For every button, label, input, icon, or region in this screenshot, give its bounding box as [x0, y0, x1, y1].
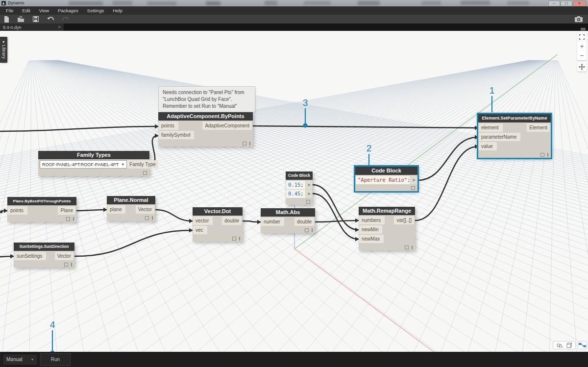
- code-output-port[interactable]: >: [411, 176, 417, 184]
- family-type-dropdown[interactable]: ROOF-PANEL-4PT:ROOF-PANEL-4PT▼: [40, 160, 127, 169]
- zoom-fit-button[interactable]: [577, 32, 587, 42]
- library-expand-icon: ▸: [1, 41, 6, 43]
- input-port-sunSettings[interactable]: sunSettings: [14, 252, 46, 260]
- zoom-in-button[interactable]: +: [577, 42, 587, 51]
- node-adaptive-component-bypoints[interactable]: AdaptiveComponent.ByPointspointsAdaptive…: [158, 112, 253, 147]
- tab-84n-dyn[interactable]: 8.4-n.dyn ×: [0, 24, 64, 31]
- menu-edit[interactable]: Edit: [19, 8, 35, 13]
- node-title[interactable]: Plane.Normal: [107, 196, 155, 204]
- code-line[interactable]: 0.15;: [286, 181, 305, 189]
- node-title[interactable]: Plane.ByBestFitThroughPoints: [7, 197, 76, 205]
- library-label: Library: [1, 45, 6, 59]
- preview-checkbox-icon[interactable]: [306, 200, 310, 204]
- node-math-abs[interactable]: Math.Absnumberdouble: [261, 208, 315, 233]
- run-mode-dropdown[interactable]: Manual ▼: [2, 354, 38, 366]
- output-port-double[interactable]: double: [222, 217, 242, 225]
- library-flyout-tab[interactable]: ▸ Library: [0, 37, 7, 63]
- code-output-port[interactable]: >: [306, 181, 312, 189]
- lacing-indicator-icon: [71, 263, 72, 267]
- preview-checkbox-icon[interactable]: [64, 263, 68, 267]
- preview-checkbox-icon[interactable]: [411, 186, 415, 190]
- node-title[interactable]: SunSettings.SunDirection: [14, 243, 74, 251]
- redo-icon[interactable]: [62, 17, 69, 22]
- output-port-AdaptiveComponent[interactable]: AdaptiveComponent: [202, 122, 252, 130]
- wire[interactable]: [315, 220, 358, 222]
- code-line[interactable]: 0.45;: [286, 190, 305, 198]
- node-sunsettings-sundirection[interactable]: SunSettings.SunDirectionsunSettingsVecto…: [14, 243, 74, 268]
- menu-view[interactable]: View: [36, 8, 54, 13]
- input-port-parameterName[interactable]: parameterName: [479, 133, 520, 141]
- input-port-familySymbol[interactable]: familySymbol: [159, 131, 194, 139]
- input-port-vec[interactable]: vec: [193, 226, 207, 234]
- menu-bar: File Edit View Packages Settings Help: [0, 6, 588, 15]
- run-mode-value: Manual: [6, 357, 23, 362]
- dynamo-logo-icon: [1, 1, 6, 5]
- output-port-Vector[interactable]: Vector: [55, 252, 74, 260]
- graph-view-button[interactable]: [578, 341, 587, 349]
- node-code-block-numbers[interactable]: Code Block0.15;>0.45;>: [286, 171, 313, 205]
- output-port-Element[interactable]: Element: [527, 123, 550, 132]
- input-port-newMin[interactable]: newMin: [359, 225, 382, 234]
- input-port-points[interactable]: points: [159, 122, 178, 130]
- input-port-vector[interactable]: vector: [193, 217, 213, 225]
- undo-icon[interactable]: [47, 17, 54, 22]
- input-port-points[interactable]: points: [8, 206, 27, 215]
- note-annotation[interactable]: Needs connection to "Panel Pts" from "Lu…: [158, 86, 255, 112]
- input-port-plane[interactable]: plane: [107, 205, 125, 214]
- output-port-var[]..[][interactable]: var[]..[]: [394, 216, 414, 224]
- close-button[interactable]: ✕: [573, 0, 586, 6]
- preview-checkbox-icon[interactable]: [232, 237, 236, 241]
- menu-help[interactable]: Help: [109, 8, 128, 13]
- input-port-newMax[interactable]: newMax: [359, 235, 384, 243]
- node-title[interactable]: AdaptiveComponent.ByPoints: [158, 112, 253, 121]
- node-title[interactable]: Family Types: [38, 151, 149, 159]
- node-title[interactable]: Vector.Dot: [193, 207, 243, 216]
- preview-checkbox-icon[interactable]: [405, 245, 409, 249]
- run-button[interactable]: Run: [40, 353, 71, 366]
- wire[interactable]: [76, 210, 106, 211]
- menu-file[interactable]: File: [2, 8, 19, 13]
- node-vector-dot[interactable]: Vector.Dotvectordoublevec: [193, 207, 243, 242]
- export-image-camera-icon[interactable]: [575, 16, 583, 22]
- menu-packages[interactable]: Packages: [54, 8, 84, 13]
- input-port-number[interactable]: number: [261, 218, 284, 226]
- preview-checkbox-icon[interactable]: [540, 153, 544, 157]
- lacing-indicator-icon: [239, 237, 240, 241]
- input-port-value[interactable]: value: [479, 142, 497, 150]
- geometry-view-button[interactable]: [553, 341, 576, 349]
- new-file-icon[interactable]: [4, 16, 9, 23]
- node-family-types[interactable]: Family TypesROOF-PANEL-4PT:ROOF-PANEL-4P…: [38, 151, 149, 176]
- minimize-button[interactable]: —: [548, 0, 560, 6]
- input-port-numbers[interactable]: numbers: [359, 216, 385, 224]
- save-icon[interactable]: [33, 16, 39, 22]
- node-plane-bybestfitthroughpoints[interactable]: Plane.ByBestFitThroughPointspointsPlane: [7, 197, 76, 222]
- open-file-icon[interactable]: [18, 16, 24, 22]
- preview-checkbox-icon[interactable]: [305, 228, 309, 232]
- graph-canvas[interactable]: ▸ Library Needs connection to "Panel Pts…: [0, 31, 588, 352]
- output-port[interactable]: Family Type: [127, 160, 158, 169]
- maximize-button[interactable]: ▢: [561, 0, 572, 6]
- node-element-setparameterbyname[interactable]: Element.SetParameterByNameelementElement…: [478, 114, 551, 158]
- node-title[interactable]: Element.SetParameterByName: [478, 114, 551, 122]
- input-port-element[interactable]: element: [479, 123, 503, 132]
- output-port-Plane[interactable]: Plane: [58, 206, 75, 215]
- node-title[interactable]: Math.Abs: [261, 208, 315, 217]
- node-plane-normal[interactable]: Plane.NormalplaneVector: [107, 196, 155, 221]
- code-output-port[interactable]: >: [306, 190, 312, 198]
- output-port-Vector[interactable]: Vector: [136, 205, 154, 214]
- preview-checkbox-icon[interactable]: [143, 171, 147, 175]
- node-title[interactable]: Code Block: [355, 167, 417, 175]
- node-title[interactable]: Code Block: [286, 171, 313, 180]
- preview-checkbox-icon[interactable]: [145, 216, 149, 220]
- node-code-block-aperture[interactable]: Code Block"Aperture Ratio";>: [355, 167, 417, 191]
- node-title[interactable]: Math.RemapRange: [359, 207, 415, 215]
- menu-settings[interactable]: Settings: [84, 8, 109, 13]
- tab-close-icon[interactable]: ×: [58, 25, 61, 30]
- zoom-out-button[interactable]: −: [577, 51, 587, 60]
- node-math-remaprange[interactable]: Math.RemapRangenumbersvar[]..[]newMinnew…: [359, 207, 415, 250]
- pan-button[interactable]: [577, 62, 587, 72]
- code-line[interactable]: "Aperture Ratio";: [356, 176, 410, 184]
- preview-checkbox-icon[interactable]: [243, 142, 246, 146]
- output-port-double[interactable]: double: [294, 218, 314, 226]
- preview-checkbox-icon[interactable]: [66, 217, 70, 221]
